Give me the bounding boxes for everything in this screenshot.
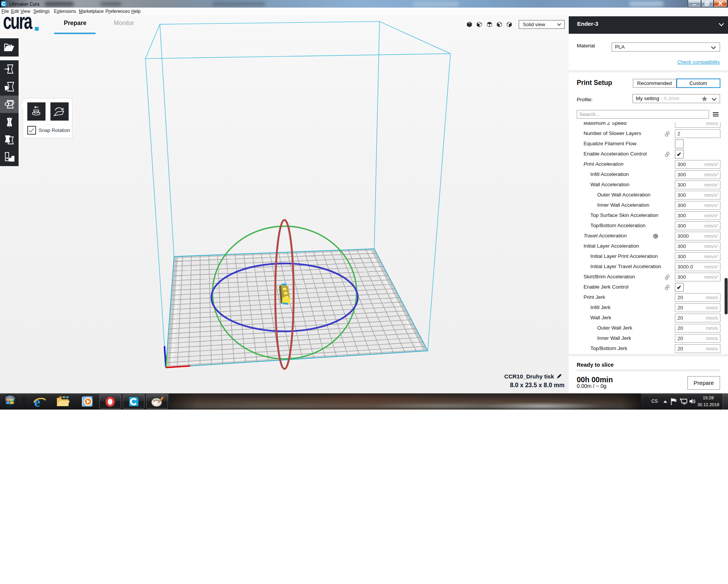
svg-text:x: x: [656, 236, 657, 239]
